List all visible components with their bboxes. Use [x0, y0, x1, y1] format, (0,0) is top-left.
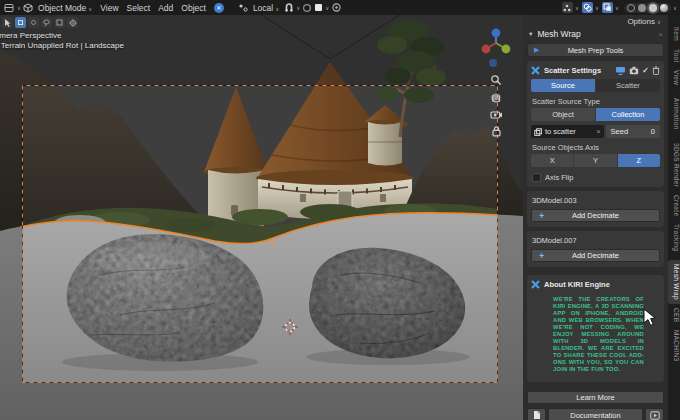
clear-icon[interactable]: ×	[597, 128, 601, 135]
check-icon[interactable]: ✓	[642, 66, 649, 75]
select-box-icon[interactable]	[15, 17, 26, 28]
sidebar-tab-strip: Item Tool View Animation 3DGS Render Cre…	[668, 15, 680, 420]
learn-more-button[interactable]: Learn More	[527, 391, 664, 404]
menu-select[interactable]: Select	[123, 3, 155, 13]
source-objects-axis-label: Source Objects Axis	[532, 143, 659, 152]
axis-flip-row: Axis Flip	[531, 173, 660, 182]
pan-hand-icon[interactable]	[488, 89, 504, 105]
tab-mesh-wrap[interactable]: Mesh Wrap	[668, 260, 680, 304]
shading-rendered-icon[interactable]	[660, 4, 668, 12]
overlays-toggle-icon[interactable]	[582, 2, 593, 13]
axis-flip-label: Axis Flip	[545, 173, 573, 182]
about-header: About KIRI Engine	[531, 278, 660, 290]
tool-settings-row	[2, 17, 78, 28]
mode-dropdown[interactable]: Object Mode∨	[34, 3, 96, 13]
view-name-label: Camera Perspective	[0, 31, 124, 41]
tab-ceb[interactable]: CEB	[668, 304, 680, 326]
rock-left-highlight	[92, 242, 208, 274]
cursor-tool-icon[interactable]	[67, 17, 78, 28]
monitor-icon[interactable]	[615, 66, 626, 75]
shading-material-icon[interactable]	[649, 4, 657, 12]
select-circle-icon[interactable]	[28, 17, 39, 28]
about-body-text: WE'RE THE CREATORS OF KIRI ENGINE, A 3D …	[553, 296, 644, 373]
axis-gizmo[interactable]	[479, 25, 513, 71]
magnet-icon[interactable]: ∨	[284, 2, 300, 13]
documentation-row: Documentation	[527, 408, 664, 420]
sidebar-panel: Options∨ ▼ Mesh Wrap × ▶ Mesh Prep Tools…	[523, 15, 668, 420]
tab-create[interactable]: Create	[668, 191, 680, 220]
video-icon[interactable]	[645, 408, 664, 420]
plus-icon: +	[539, 251, 544, 261]
active-tool-icon[interactable]	[2, 17, 13, 28]
model-name: 3DModel.007	[532, 236, 659, 245]
lock-icon[interactable]	[488, 123, 504, 139]
menu-add[interactable]: Add	[154, 3, 177, 13]
viewport-nav-controls	[479, 25, 513, 139]
trash-icon[interactable]	[652, 66, 660, 75]
viewport-overlay-text: Camera Perspective [A] Terrain Unapplied…	[0, 31, 124, 51]
snap-target-icon[interactable]	[331, 2, 342, 13]
panel-grip-icon[interactable]: ×	[658, 30, 663, 39]
source-type-segmented: Object Collection	[531, 108, 660, 121]
menu-view[interactable]: View	[96, 3, 122, 13]
tab-machin3[interactable]: MACHIN3	[668, 326, 680, 365]
zoom-icon[interactable]	[488, 72, 504, 88]
model-box-1: 3DModel.003 + Add Decimate	[527, 191, 664, 227]
scatter-source-type-label: Scatter Source Type	[532, 97, 659, 106]
tab-3dgs-render[interactable]: 3DGS Render	[668, 139, 680, 191]
axis-z[interactable]: Z	[618, 154, 660, 167]
add-decimate-button-2[interactable]: + Add Decimate	[531, 249, 660, 262]
menu-object[interactable]: Object	[177, 3, 210, 13]
tab-scatter[interactable]: Scatter	[596, 79, 660, 92]
collection-icon	[534, 128, 542, 136]
axis-y[interactable]: Y	[574, 154, 616, 167]
proportional-icon[interactable]	[302, 3, 312, 13]
tab-tool[interactable]: Tool	[668, 45, 680, 66]
seed-field[interactable]: Seed 0	[606, 125, 660, 138]
object-mode-icon	[23, 3, 33, 13]
axis-flip-checkbox[interactable]	[532, 173, 541, 182]
option-object[interactable]: Object	[531, 108, 595, 121]
mesh-prep-tools-button[interactable]: ▶ Mesh Prep Tools	[527, 43, 664, 57]
active-object-label: [A] Terrain Unapplied Rot | Landscape	[0, 41, 124, 51]
collection-input[interactable]: to scatter ×	[531, 125, 604, 138]
kiri-logo-icon	[531, 66, 540, 75]
kiri-logo-icon	[531, 280, 540, 289]
option-collection[interactable]: Collection	[596, 108, 660, 121]
kiri-header-icon[interactable]: ✕	[214, 3, 224, 13]
tab-item[interactable]: Item	[668, 23, 680, 45]
3d-viewport[interactable]: Camera Perspective [A] Terrain Unapplied…	[0, 15, 523, 420]
scatter-header-icons: ✓	[615, 66, 660, 75]
select-lasso-icon[interactable]	[41, 17, 52, 28]
tab-tracking[interactable]: Tracking	[668, 220, 680, 255]
object-origin-dot	[270, 241, 274, 245]
viewport-scene	[0, 15, 523, 420]
shading-wireframe-icon[interactable]	[627, 4, 635, 12]
blender-window: ∨ Object Mode∨ View Select Add Object ✕ …	[0, 0, 680, 420]
shading-solid-icon[interactable]	[638, 4, 646, 12]
scatter-settings-header: Scatter Settings ✓	[531, 64, 660, 76]
collection-row: to scatter × Seed 0	[531, 125, 660, 138]
camera-view-icon[interactable]	[488, 106, 504, 122]
camera-icon[interactable]	[629, 66, 639, 75]
xray-toggle-icon[interactable]	[602, 2, 613, 13]
pivot-icon	[238, 3, 248, 13]
axis-x[interactable]: X	[531, 154, 573, 167]
select-none-icon[interactable]	[54, 17, 65, 28]
falloff-icon[interactable]: ∨	[314, 3, 329, 12]
tab-animation[interactable]: Animation	[668, 94, 680, 134]
plus-icon: +	[539, 211, 544, 221]
documentation-button[interactable]: Documentation	[548, 408, 643, 420]
model-box-2: 3DModel.007 + Add Decimate	[527, 231, 664, 267]
axis-segmented: X Y Z	[531, 154, 660, 167]
tab-view[interactable]: View	[668, 66, 680, 89]
options-dropdown[interactable]: Options∨	[527, 15, 664, 28]
add-decimate-button-1[interactable]: + Add Decimate	[531, 209, 660, 222]
mesh-wrap-panel-header[interactable]: ▼ Mesh Wrap ×	[527, 28, 664, 40]
orientation-dropdown[interactable]: Local∨	[249, 3, 283, 13]
gizmo-toggle-icon[interactable]	[562, 2, 573, 13]
tab-source[interactable]: Source	[531, 79, 595, 92]
mouse-cursor	[643, 308, 657, 328]
editor-type-icon[interactable]: ∨	[4, 3, 21, 13]
document-icon[interactable]	[527, 408, 546, 420]
